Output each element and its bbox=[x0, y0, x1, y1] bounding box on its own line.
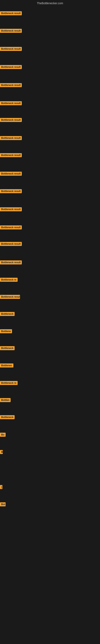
bottleneck-label: Bottleneck bbox=[0, 312, 15, 316]
bottleneck-label: | bbox=[0, 485, 2, 489]
bottleneck-label: Bottlenec bbox=[0, 364, 13, 368]
bottleneck-label: Bottleneck result bbox=[0, 101, 22, 105]
bottleneck-label: Bottleneck re bbox=[0, 278, 18, 282]
bottleneck-label: Bottleneck result bbox=[0, 207, 22, 211]
bottleneck-label: Bottleneck result bbox=[0, 260, 22, 264]
bottleneck-label: Bot bbox=[0, 502, 6, 506]
bottleneck-label: Bottleneck result bbox=[0, 29, 22, 33]
bottleneck-label: Bottleneck result bbox=[0, 136, 22, 140]
bottleneck-label: Bottleneck result bbox=[0, 189, 22, 193]
bottleneck-label: Bottleneck re bbox=[0, 381, 18, 385]
bottleneck-label: Bottleneck result bbox=[0, 153, 22, 157]
bottleneck-label: Bottleneck bbox=[0, 346, 15, 350]
bottleneck-label: B bbox=[0, 450, 3, 454]
bottleneck-label: Bottleneck resul bbox=[0, 295, 20, 299]
bottleneck-label: Bottleneck result bbox=[0, 226, 22, 230]
bottleneck-label: Bottlen bbox=[0, 398, 11, 402]
bottleneck-label: Bottleneck result bbox=[0, 11, 22, 15]
bottleneck-label: Bottleneck result bbox=[0, 172, 22, 176]
bottleneck-label: Bottleneck result bbox=[0, 242, 22, 246]
bottleneck-label: Bottleneck bbox=[0, 415, 15, 419]
bottleneck-label: Bo bbox=[0, 433, 6, 437]
bottleneck-label: Bottleneck result bbox=[0, 118, 22, 122]
bottleneck-label: Bottleneck result bbox=[0, 83, 22, 87]
bottleneck-label: Bottleneck result bbox=[0, 47, 22, 51]
bottleneck-label: Bottleneck result bbox=[0, 65, 22, 69]
bottleneck-label: Bottlene bbox=[0, 329, 12, 333]
site-title: TheBottlenecker.com bbox=[0, 2, 100, 5]
